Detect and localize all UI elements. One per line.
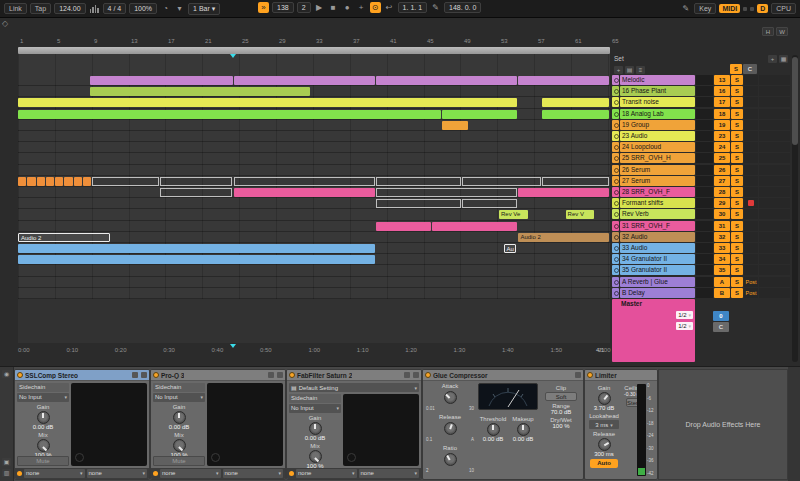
track-extra[interactable] xyxy=(744,221,758,231)
track-arm-button[interactable] xyxy=(612,165,619,175)
sidechain-input-select[interactable]: No Input▾ xyxy=(153,393,205,402)
beat-time-ruler[interactable]: 1591317212529333741454953576165 xyxy=(18,37,612,46)
clip[interactable] xyxy=(18,244,375,253)
master-output-selector-2[interactable]: 1/2▾ xyxy=(676,322,693,330)
device-power-icon[interactable] xyxy=(289,372,295,378)
gain-knob[interactable] xyxy=(309,422,322,435)
plugin-wrench-icon[interactable] xyxy=(268,372,274,378)
sidechain-input-select[interactable]: No Input▾ xyxy=(289,404,341,413)
device-power-icon[interactable] xyxy=(153,372,159,378)
track-number-badge[interactable]: 18 xyxy=(714,109,730,119)
track-number-badge[interactable]: 32 xyxy=(714,232,730,242)
track-name[interactable]: 35 Granulator II xyxy=(620,265,695,275)
device-title-bar[interactable]: SSLComp Stereo xyxy=(15,370,149,381)
plugin-wrench-icon[interactable] xyxy=(132,372,138,378)
clip[interactable] xyxy=(432,222,518,231)
track-arm-button[interactable] xyxy=(612,288,619,298)
clip[interactable] xyxy=(542,177,609,186)
track-number-badge[interactable]: A xyxy=(714,277,730,287)
track-arm-button[interactable] xyxy=(612,176,619,186)
limiter-gain-knob[interactable] xyxy=(598,392,611,405)
gain-knob[interactable] xyxy=(37,411,50,424)
metronome-icon[interactable]: ◔ xyxy=(160,3,171,14)
track-number-badge[interactable]: 34 xyxy=(714,254,730,264)
track-arm-button[interactable] xyxy=(612,187,619,197)
track-name[interactable]: 24 Loopcloud xyxy=(620,142,695,152)
track-name[interactable]: 19 Group xyxy=(620,120,695,130)
clip[interactable] xyxy=(234,177,376,186)
track-number-badge[interactable]: 28 xyxy=(714,187,730,197)
track-number-badge[interactable]: 30 xyxy=(714,209,730,219)
clip[interactable]: Rev V xyxy=(566,210,595,219)
track-extra[interactable] xyxy=(744,232,758,242)
release-knob[interactable] xyxy=(444,422,457,435)
track-extra[interactable] xyxy=(744,75,758,85)
link-button[interactable]: Link xyxy=(4,3,27,14)
clip[interactable]: Au xyxy=(504,244,517,253)
track-name[interactable]: B Delay xyxy=(620,288,695,298)
clip[interactable] xyxy=(18,177,26,186)
master-output-selector-1[interactable]: 1/2▾ xyxy=(676,311,693,319)
track-name[interactable]: 33 Audio xyxy=(620,243,695,253)
solo-button[interactable]: S xyxy=(731,198,743,208)
device-title-bar[interactable]: Limiter xyxy=(585,370,657,381)
solo-button[interactable]: S xyxy=(731,120,743,130)
plugin-unfold-icon[interactable] xyxy=(413,372,419,378)
scrub-area[interactable] xyxy=(18,47,610,54)
track-extra[interactable] xyxy=(744,142,758,152)
solo-button[interactable]: S xyxy=(731,243,743,253)
clip[interactable]: Audio 2 xyxy=(18,233,110,242)
track-extra[interactable] xyxy=(744,120,758,130)
time-signature-field[interactable]: 4 / 4 xyxy=(103,3,127,14)
clip[interactable] xyxy=(37,177,45,186)
auto-release-button[interactable]: Auto xyxy=(590,459,618,468)
clip[interactable] xyxy=(376,199,461,208)
device-title-bar[interactable]: FabFilter Saturn 2 xyxy=(287,370,421,381)
optimize-height-button[interactable]: H xyxy=(762,27,774,36)
track-name[interactable]: A Reverb | Glue xyxy=(620,277,695,287)
device-power-icon[interactable] xyxy=(425,372,431,378)
clip[interactable] xyxy=(442,110,518,119)
clip[interactable] xyxy=(74,177,82,186)
track-number-badge[interactable]: 25 xyxy=(714,153,730,163)
device-limiter[interactable]: Limiter Gain 3.70 dB Lookahead 3 ms▾ Rel… xyxy=(584,369,658,480)
track-extra[interactable] xyxy=(744,86,758,96)
midi-map-button[interactable]: MIDI xyxy=(719,4,740,13)
ratio-knob[interactable] xyxy=(444,453,457,466)
device-power-icon[interactable] xyxy=(17,372,23,378)
cue-column-header[interactable]: C xyxy=(743,64,757,74)
clip[interactable] xyxy=(64,177,72,186)
drywet-value[interactable]: 100 % xyxy=(541,423,581,429)
track-extra[interactable]: Post xyxy=(744,277,758,287)
vertical-scrollbar-thumb[interactable] xyxy=(792,57,798,145)
grid-icon[interactable]: ▦ xyxy=(779,55,788,63)
plugin-unfold-icon[interactable] xyxy=(277,372,283,378)
expand-tracks-icon[interactable]: + xyxy=(614,66,623,74)
clip[interactable] xyxy=(376,177,461,186)
solo-button[interactable]: S xyxy=(731,187,743,197)
track-name[interactable]: 28 SRR_OVH_F xyxy=(620,187,695,197)
track-name[interactable]: 26 Serum xyxy=(620,165,695,175)
mix-knob[interactable] xyxy=(37,439,50,452)
clip[interactable] xyxy=(542,110,609,119)
record-button[interactable]: ● xyxy=(342,2,353,13)
track-arm-button[interactable] xyxy=(612,97,619,107)
gain-knob[interactable] xyxy=(173,411,186,424)
metronome-menu-icon[interactable]: ▾ xyxy=(174,3,185,14)
track-arm-button[interactable] xyxy=(612,243,619,253)
loop-start-field[interactable]: 138 xyxy=(272,2,294,13)
clip[interactable] xyxy=(160,188,232,197)
tempo-field[interactable]: 124.00 xyxy=(54,3,85,14)
track-number-badge[interactable]: 17 xyxy=(714,97,730,107)
info-view-icon[interactable]: ▥ xyxy=(2,469,11,477)
threshold-knob[interactable] xyxy=(487,423,500,436)
punch-field[interactable]: 148. 0. 0 xyxy=(444,2,481,13)
track-number-badge[interactable]: 33 xyxy=(714,243,730,253)
master-track-name[interactable]: Master xyxy=(612,299,695,307)
disk-overload-indicator[interactable]: D xyxy=(757,4,768,13)
groove-amount-field[interactable]: 100% xyxy=(129,3,157,14)
track-number-badge[interactable]: 29 xyxy=(714,198,730,208)
mute-button[interactable]: Mute xyxy=(17,456,69,466)
track-arm-button[interactable] xyxy=(612,131,619,141)
mix-knob[interactable] xyxy=(173,439,186,452)
